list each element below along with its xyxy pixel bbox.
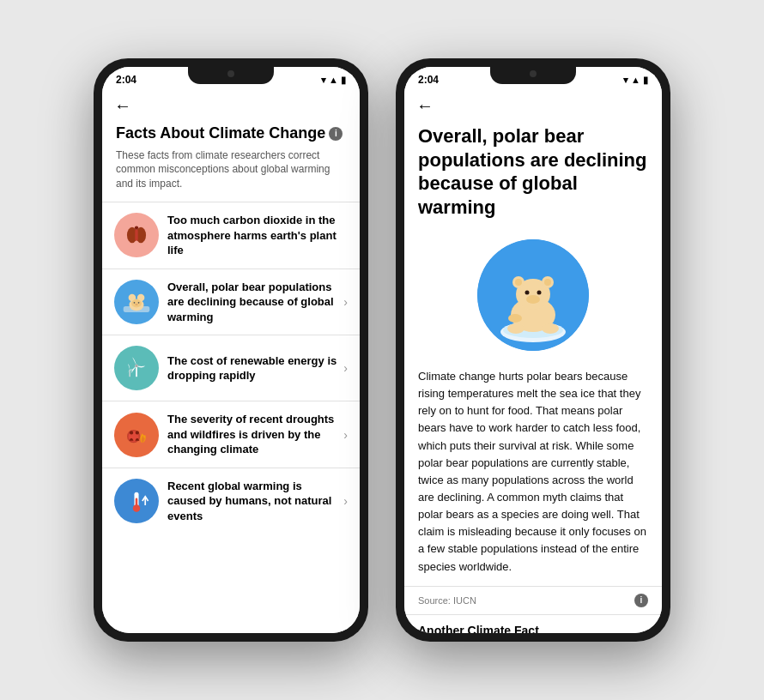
status-time-left: 2:04 (116, 74, 136, 86)
icon-drought (114, 413, 159, 457)
svg-point-38 (542, 323, 559, 334)
fact-item-polar-bear[interactable]: Overall, polar bear populations are decl… (102, 269, 360, 335)
phone-right: 2:04 ▾ ▲ ▮ ← Overall, polar bear populat… (396, 58, 670, 642)
polar-bear-image (477, 239, 589, 351)
svg-point-32 (544, 279, 551, 286)
svg-point-18 (130, 431, 133, 434)
svg-point-36 (526, 295, 540, 304)
icon-warming (114, 479, 159, 523)
svg-point-9 (134, 302, 136, 304)
another-fact-label: Another Climate Fact (404, 614, 662, 633)
nav-bar-left: ← (102, 89, 360, 121)
source-value: IUCN (453, 595, 476, 606)
svg-point-34 (537, 291, 542, 295)
detail-title: Overall, polar bear populations are decl… (404, 121, 662, 231)
svg-point-10 (138, 302, 140, 304)
battery-icon: ▮ (341, 75, 346, 86)
fact-text-renewable: The cost of renewable energy is dropping… (167, 353, 338, 383)
wifi-icon-right: ▾ (623, 75, 628, 86)
facts-header: Facts About Climate Change i These facts… (102, 121, 360, 202)
camera-left (227, 70, 234, 77)
phone-left: 2:04 ▾ ▲ ▮ ← Facts About Climate Change … (94, 58, 368, 642)
chevron-polar-bear: › (343, 295, 348, 309)
icon-renewable (114, 346, 159, 390)
svg-point-33 (525, 291, 530, 295)
fact-item-co2[interactable]: Too much carbon dioxide in the atmospher… (102, 202, 360, 269)
facts-subtitle: These facts from climate researchers cor… (116, 148, 346, 191)
svg-point-31 (515, 279, 522, 286)
wifi-icon: ▾ (321, 75, 326, 86)
back-button-right[interactable]: ← (416, 96, 434, 116)
svg-rect-12 (136, 367, 137, 377)
fact-text-polar-bear: Overall, polar bear populations are decl… (167, 280, 338, 325)
battery-icon-right: ▮ (643, 75, 648, 86)
status-icons-left: ▾ ▲ ▮ (321, 75, 346, 86)
svg-point-3 (135, 226, 138, 230)
svg-point-8 (131, 299, 142, 307)
camera-right (530, 70, 537, 77)
chevron-renewable: › (343, 361, 348, 375)
screen-right: ← Overall, polar bear populations are de… (404, 89, 662, 633)
svg-point-11 (135, 304, 137, 305)
signal-icon: ▲ (329, 75, 338, 85)
svg-point-14 (135, 365, 137, 367)
source-info-badge[interactable]: i (634, 594, 648, 607)
info-badge[interactable]: i (329, 127, 343, 141)
source-label: Source: (418, 595, 451, 606)
fact-text-warming: Recent global warming is caused by human… (167, 479, 338, 524)
svg-point-37 (507, 323, 524, 334)
detail-body: Climate change hurts polar bears because… (404, 365, 662, 586)
svg-rect-2 (135, 229, 137, 241)
svg-rect-15 (130, 370, 130, 377)
facts-title-container: Facts About Climate Change i (116, 124, 346, 143)
svg-point-39 (508, 314, 522, 323)
nav-bar-right: ← (404, 89, 662, 121)
back-button-left[interactable]: ← (114, 96, 131, 116)
fact-text-drought: The severity of recent droughts and wild… (167, 412, 338, 457)
detail-image-container (404, 231, 662, 365)
fact-item-drought[interactable]: The severity of recent droughts and wild… (102, 401, 360, 468)
svg-point-19 (136, 431, 139, 434)
fact-item-warming[interactable]: Recent global warming is caused by human… (102, 468, 360, 534)
polar-bear-svg (477, 239, 589, 351)
status-time-right: 2:04 (418, 74, 439, 86)
icon-polar-bear-list (114, 280, 159, 324)
svg-rect-22 (136, 498, 138, 509)
status-icons-right: ▾ ▲ ▮ (623, 75, 648, 86)
fact-text-co2: Too much carbon dioxide in the atmospher… (167, 213, 348, 258)
facts-title-text: Facts About Climate Change (116, 124, 325, 143)
fact-item-renewable[interactable]: The cost of renewable energy is dropping… (102, 335, 360, 401)
chevron-warming: › (343, 494, 348, 508)
chevron-drought: › (343, 428, 348, 442)
icon-co2 (114, 213, 159, 257)
source-text: Source: IUCN (418, 595, 476, 606)
signal-icon-right: ▲ (631, 75, 640, 85)
screen-left: ← Facts About Climate Change i These fac… (102, 89, 360, 633)
detail-source: Source: IUCN i (404, 586, 662, 614)
